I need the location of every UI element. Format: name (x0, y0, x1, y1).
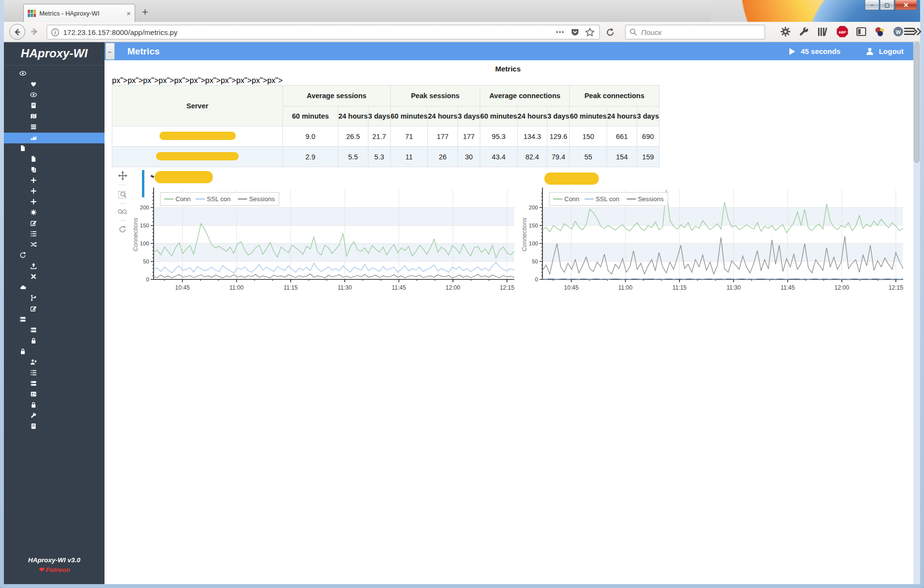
sidebar-item-roles[interactable] (4, 389, 105, 400)
sidebar-item-users[interactable] (4, 357, 105, 368)
sidebar-item-servers[interactable] (4, 379, 105, 389)
menu-icon[interactable] (904, 28, 915, 36)
map-icon (29, 112, 37, 123)
sidebar-item-ssl[interactable] (4, 208, 105, 218)
balls-icon[interactable] (874, 26, 886, 37)
layers-icon (29, 123, 37, 134)
sidebar-item-add-frontend[interactable] (4, 186, 105, 197)
sidebar-item-compare-configs[interactable] (4, 165, 105, 175)
sidebar-item-internal-logs[interactable] (4, 421, 105, 432)
eye-icon (18, 69, 27, 80)
app-logo[interactable]: HAproxy-WI (4, 42, 105, 66)
metrics-table-title: Metrics (105, 65, 911, 73)
sidebar-item-ssh-credentials[interactable] (4, 336, 105, 346)
sidebar-section-versions[interactable] (4, 250, 105, 261)
dots-icon[interactable] (555, 28, 565, 36)
sidebar-item-logs[interactable] (4, 101, 105, 111)
sidebar-item-map[interactable] (4, 111, 105, 122)
sidebar-item-metrics[interactable] (4, 133, 105, 143)
col-group: Peak connections (570, 86, 659, 106)
minimize-button[interactable]: – (865, 0, 879, 10)
sidebar-item-edit-config[interactable] (4, 218, 105, 229)
sidebar-section-stats[interactable] (4, 69, 105, 79)
metric-value: 26.5 (338, 126, 368, 147)
page-title: Metrics (127, 46, 160, 57)
sidebar-section-haproxy[interactable] (4, 143, 105, 154)
zoom-in-out-icon[interactable] (117, 208, 128, 216)
abp-icon[interactable]: ABP (836, 25, 849, 38)
sidebar-item-upload[interactable] (4, 261, 105, 272)
col-sub: 3 days (368, 106, 390, 126)
reset-icon[interactable] (117, 225, 128, 234)
connections-chart-2[interactable]: 05010015020010:4511:0011:1511:3011:4512:… (520, 185, 909, 301)
sidebar-item-runtime-api[interactable] (4, 122, 105, 133)
edit-icon (29, 219, 37, 230)
browser-tab[interactable]: Metrics - HAproxy-WI × (23, 4, 135, 22)
sidebar-item-overview[interactable] (4, 79, 105, 90)
col-server: Server (112, 86, 283, 126)
col-group: Average sessions (283, 86, 391, 106)
page-scrollbar[interactable] (913, 42, 920, 584)
panel-icon[interactable] (855, 26, 867, 37)
sidebar-item-show-config[interactable] (4, 154, 105, 165)
svg-text:Conn: Conn (175, 195, 191, 203)
forward-button[interactable] (29, 27, 39, 38)
sidebar-item-settings[interactable] (4, 411, 105, 421)
sidebar-item-servers[interactable] (4, 325, 105, 336)
metric-value: 154 (607, 147, 637, 167)
cloud-icon (18, 283, 27, 294)
new-tab-button[interactable]: + (142, 6, 148, 18)
col-group: Peak sessions (390, 86, 480, 106)
sidebar-section-keepalived[interactable] (4, 282, 105, 293)
sidebar-item-ssh-credentials[interactable] (4, 400, 105, 411)
copy-icon (29, 166, 37, 176)
pan-icon[interactable] (117, 171, 128, 180)
info-icon[interactable] (51, 28, 59, 36)
box-zoom-icon[interactable] (117, 190, 128, 199)
sidebar-item-delete[interactable] (4, 272, 105, 282)
metric-value: 134.3 (517, 126, 547, 147)
sidebar-item-groups[interactable] (4, 368, 105, 379)
wrench-icon[interactable] (798, 26, 810, 37)
sidebar-item-stats[interactable] (4, 90, 105, 101)
sidebar-item-add-backend[interactable] (4, 197, 105, 208)
library-icon[interactable] (817, 26, 829, 37)
heart-icon: ❤ (38, 566, 44, 573)
connections-chart-1[interactable]: 05010015020010:4511:0011:1511:3011:4512:… (131, 185, 520, 301)
close-button[interactable]: ✕ (895, 0, 917, 10)
star-icon[interactable] (585, 28, 594, 36)
gear-icon[interactable] (780, 26, 791, 37)
search-icon (629, 28, 637, 36)
sidebar-collapse-button[interactable]: ← (105, 43, 115, 60)
svg-text:0: 0 (535, 277, 538, 282)
url-bar[interactable]: 172.23.16.157:8000/app/metrics.py (47, 25, 600, 39)
sidebar-item-installation[interactable] (4, 240, 105, 250)
col-sub: 24 hours (607, 106, 637, 126)
search-input[interactable]: Поиск (625, 25, 765, 39)
sidebar-section-admin-area[interactable] (4, 346, 105, 357)
reload-icon[interactable] (606, 28, 615, 39)
metrics-table: px">px">px">px">px">px">px">px">px">px">… (112, 76, 660, 167)
sidebar-item-lists[interactable] (4, 229, 105, 240)
patreon-link[interactable]: ❤ Patreon (4, 566, 105, 573)
svg-text:SSL con: SSL con (207, 195, 231, 203)
tab-favicon-icon (28, 9, 35, 17)
plus-icon (29, 176, 37, 187)
server-icon (29, 326, 37, 337)
url-text[interactable]: 172.23.16.157:8000/app/metrics.py (63, 28, 555, 36)
maximize-button[interactable]: ▢ (880, 0, 894, 10)
sidebar: HAproxy-WI HAproxy-WI v3.0 ❤ Patreon (4, 42, 105, 584)
sidebar-item-add-listen[interactable] (4, 175, 105, 186)
refresh-interval-button[interactable]: 45 seconds (789, 47, 840, 55)
list-icon (29, 369, 37, 380)
pocket-icon[interactable] (571, 28, 579, 36)
back-button[interactable] (9, 24, 25, 40)
wappalyzer-icon[interactable]: W (892, 26, 904, 37)
lock-icon (29, 401, 37, 412)
logout-button[interactable]: Logout (866, 47, 904, 55)
scrollbar-thumb[interactable] (914, 42, 920, 163)
tab-close-icon[interactable]: × (126, 9, 131, 17)
sidebar-item-edit-config[interactable] (4, 304, 105, 314)
sidebar-item-ha[interactable] (4, 293, 105, 304)
sidebar-section-servers[interactable] (4, 314, 105, 325)
